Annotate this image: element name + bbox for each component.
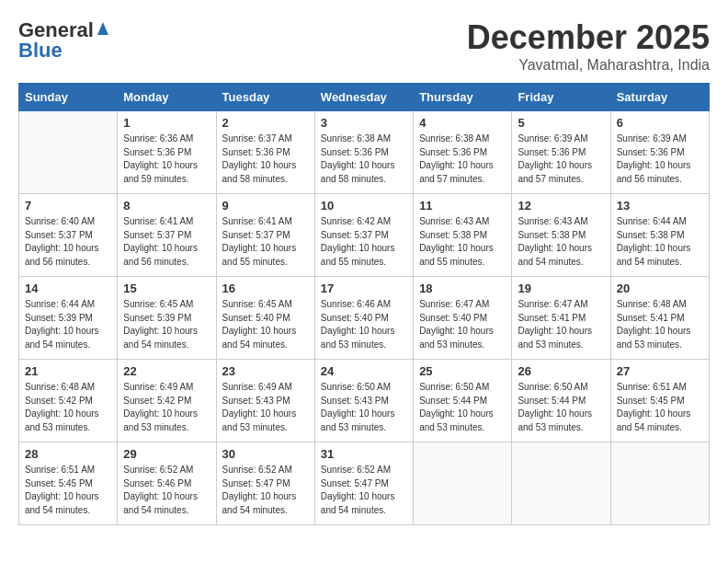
day-number: 24 <box>321 364 407 378</box>
calendar-cell: 6Sunrise: 6:39 AM Sunset: 5:36 PM Daylig… <box>610 111 709 194</box>
day-info: Sunrise: 6:45 AM Sunset: 5:39 PM Dayligh… <box>123 298 210 351</box>
calendar-cell: 15Sunrise: 6:45 AM Sunset: 5:39 PM Dayli… <box>118 277 216 360</box>
day-info: Sunrise: 6:49 AM Sunset: 5:43 PM Dayligh… <box>222 381 309 434</box>
day-number: 10 <box>321 199 407 213</box>
day-info: Sunrise: 6:37 AM Sunset: 5:36 PM Dayligh… <box>222 132 309 186</box>
day-info: Sunrise: 6:39 AM Sunset: 5:36 PM Dayligh… <box>617 132 703 186</box>
day-info: Sunrise: 6:49 AM Sunset: 5:42 PM Dayligh… <box>123 381 210 434</box>
calendar-cell: 5Sunrise: 6:39 AM Sunset: 5:36 PM Daylig… <box>512 111 610 194</box>
weekday-wednesday: Wednesday <box>314 84 413 111</box>
calendar-cell: 1Sunrise: 6:36 AM Sunset: 5:36 PM Daylig… <box>118 111 216 194</box>
day-number: 22 <box>123 364 210 378</box>
day-number: 20 <box>617 282 703 295</box>
day-number: 3 <box>321 116 407 130</box>
day-number: 4 <box>419 116 506 130</box>
day-number: 12 <box>518 199 604 213</box>
day-info: Sunrise: 6:43 AM Sunset: 5:38 PM Dayligh… <box>419 215 506 269</box>
day-info: Sunrise: 6:50 AM Sunset: 5:44 PM Dayligh… <box>419 381 506 434</box>
day-info: Sunrise: 6:46 AM Sunset: 5:40 PM Dayligh… <box>321 298 407 351</box>
weekday-tuesday: Tuesday <box>216 84 314 111</box>
calendar-body: 1Sunrise: 6:36 AM Sunset: 5:36 PM Daylig… <box>19 111 710 525</box>
calendar-cell <box>414 442 512 525</box>
day-info: Sunrise: 6:51 AM Sunset: 5:45 PM Dayligh… <box>25 464 111 517</box>
day-info: Sunrise: 6:52 AM Sunset: 5:46 PM Dayligh… <box>123 464 210 517</box>
day-info: Sunrise: 6:41 AM Sunset: 5:37 PM Dayligh… <box>123 215 210 269</box>
day-number: 8 <box>123 199 210 213</box>
weekday-monday: Monday <box>118 84 216 111</box>
day-number: 21 <box>25 364 111 378</box>
day-info: Sunrise: 6:44 AM Sunset: 5:39 PM Dayligh… <box>25 298 111 351</box>
day-number: 14 <box>25 282 111 295</box>
month-title: December 2025 <box>467 18 710 57</box>
day-number: 19 <box>518 282 604 295</box>
day-number: 11 <box>419 199 506 213</box>
calendar-cell <box>512 442 610 525</box>
calendar-cell: 10Sunrise: 6:42 AM Sunset: 5:37 PM Dayli… <box>314 194 413 277</box>
day-number: 9 <box>222 199 309 213</box>
day-info: Sunrise: 6:51 AM Sunset: 5:45 PM Dayligh… <box>617 381 703 434</box>
day-info: Sunrise: 6:38 AM Sunset: 5:36 PM Dayligh… <box>419 132 506 186</box>
svg-marker-0 <box>97 22 108 35</box>
calendar-cell: 27Sunrise: 6:51 AM Sunset: 5:45 PM Dayli… <box>610 360 709 442</box>
day-info: Sunrise: 6:40 AM Sunset: 5:37 PM Dayligh… <box>25 215 111 269</box>
calendar-cell: 22Sunrise: 6:49 AM Sunset: 5:42 PM Dayli… <box>118 360 216 442</box>
calendar-cell: 24Sunrise: 6:50 AM Sunset: 5:43 PM Dayli… <box>314 360 413 442</box>
day-info: Sunrise: 6:45 AM Sunset: 5:40 PM Dayligh… <box>222 298 309 351</box>
calendar-cell: 25Sunrise: 6:50 AM Sunset: 5:44 PM Dayli… <box>414 360 512 442</box>
location: Yavatmal, Maharashtra, India <box>467 57 710 74</box>
day-info: Sunrise: 6:48 AM Sunset: 5:41 PM Dayligh… <box>617 298 703 351</box>
day-number: 13 <box>617 199 703 213</box>
day-number: 2 <box>222 116 309 130</box>
calendar-table: SundayMondayTuesdayWednesdayThursdayFrid… <box>18 83 710 525</box>
calendar-cell: 30Sunrise: 6:52 AM Sunset: 5:47 PM Dayli… <box>216 442 314 525</box>
calendar-cell: 17Sunrise: 6:46 AM Sunset: 5:40 PM Dayli… <box>314 277 413 360</box>
weekday-thursday: Thursday <box>414 84 512 111</box>
day-info: Sunrise: 6:36 AM Sunset: 5:36 PM Dayligh… <box>123 132 210 186</box>
day-info: Sunrise: 6:42 AM Sunset: 5:37 PM Dayligh… <box>321 215 407 269</box>
calendar-cell: 2Sunrise: 6:37 AM Sunset: 5:36 PM Daylig… <box>216 111 314 194</box>
calendar-cell: 31Sunrise: 6:52 AM Sunset: 5:47 PM Dayli… <box>314 442 413 525</box>
day-number: 29 <box>123 447 210 461</box>
day-number: 6 <box>617 116 703 130</box>
day-number: 26 <box>518 364 604 378</box>
calendar-cell: 16Sunrise: 6:45 AM Sunset: 5:40 PM Dayli… <box>216 277 314 360</box>
calendar-cell: 7Sunrise: 6:40 AM Sunset: 5:37 PM Daylig… <box>19 194 118 277</box>
day-number: 15 <box>123 282 210 295</box>
day-number: 5 <box>518 116 604 130</box>
weekday-sunday: Sunday <box>19 84 118 111</box>
logo: General Blue <box>18 18 111 63</box>
calendar-cell: 13Sunrise: 6:44 AM Sunset: 5:38 PM Dayli… <box>610 194 709 277</box>
logo-blue: Blue <box>18 39 63 63</box>
calendar-cell: 8Sunrise: 6:41 AM Sunset: 5:37 PM Daylig… <box>118 194 216 277</box>
logo-triangle-icon <box>95 20 111 37</box>
day-number: 17 <box>321 282 407 295</box>
calendar-cell: 18Sunrise: 6:47 AM Sunset: 5:40 PM Dayli… <box>414 277 512 360</box>
week-row-4: 21Sunrise: 6:48 AM Sunset: 5:42 PM Dayli… <box>19 360 710 442</box>
week-row-5: 28Sunrise: 6:51 AM Sunset: 5:45 PM Dayli… <box>19 442 710 525</box>
day-number: 7 <box>25 199 111 213</box>
day-info: Sunrise: 6:43 AM Sunset: 5:38 PM Dayligh… <box>518 215 604 269</box>
weekday-saturday: Saturday <box>610 84 709 111</box>
day-number: 18 <box>419 282 506 295</box>
calendar-cell: 29Sunrise: 6:52 AM Sunset: 5:46 PM Dayli… <box>118 442 216 525</box>
day-info: Sunrise: 6:39 AM Sunset: 5:36 PM Dayligh… <box>518 132 604 186</box>
calendar-cell: 4Sunrise: 6:38 AM Sunset: 5:36 PM Daylig… <box>414 111 512 194</box>
week-row-1: 1Sunrise: 6:36 AM Sunset: 5:36 PM Daylig… <box>19 111 710 194</box>
title-block: December 2025 Yavatmal, Maharashtra, Ind… <box>467 18 710 74</box>
calendar-cell: 9Sunrise: 6:41 AM Sunset: 5:37 PM Daylig… <box>216 194 314 277</box>
calendar-cell: 3Sunrise: 6:38 AM Sunset: 5:36 PM Daylig… <box>314 111 413 194</box>
day-info: Sunrise: 6:41 AM Sunset: 5:37 PM Dayligh… <box>222 215 309 269</box>
calendar-cell: 19Sunrise: 6:47 AM Sunset: 5:41 PM Dayli… <box>512 277 610 360</box>
day-number: 30 <box>222 447 309 461</box>
day-number: 25 <box>419 364 506 378</box>
day-info: Sunrise: 6:47 AM Sunset: 5:40 PM Dayligh… <box>419 298 506 351</box>
day-number: 16 <box>222 282 309 295</box>
day-number: 23 <box>222 364 309 378</box>
day-number: 27 <box>617 364 703 378</box>
day-number: 28 <box>25 447 111 461</box>
page-header: General Blue December 2025 Yavatmal, Mah… <box>18 18 710 74</box>
day-info: Sunrise: 6:50 AM Sunset: 5:44 PM Dayligh… <box>518 381 604 434</box>
weekday-friday: Friday <box>512 84 610 111</box>
calendar-cell: 11Sunrise: 6:43 AM Sunset: 5:38 PM Dayli… <box>414 194 512 277</box>
day-info: Sunrise: 6:52 AM Sunset: 5:47 PM Dayligh… <box>321 464 407 517</box>
